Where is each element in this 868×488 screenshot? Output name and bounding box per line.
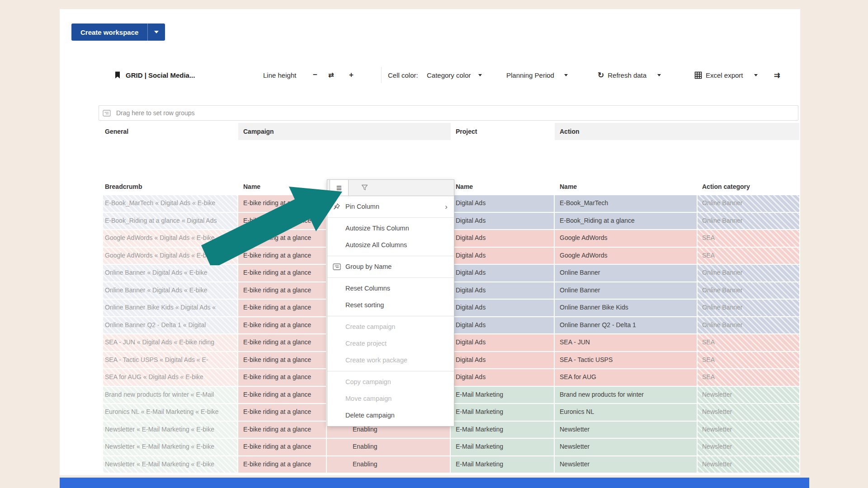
cell-color-select[interactable]: Category color — [427, 68, 482, 82]
cell-action-category[interactable]: Newsletter — [698, 387, 799, 404]
column-header-action-name[interactable]: Name — [560, 180, 577, 193]
cell-project-name[interactable]: E-Mail Marketing — [451, 422, 555, 439]
cell-project-name[interactable]: Digital Ads — [451, 369, 555, 387]
cell-action-name[interactable]: SEA for AUG — [555, 369, 698, 387]
cell-campaign-name[interactable]: E-bike riding at a glance — [238, 230, 327, 248]
cell-campaign-name[interactable]: E-bike riding at a glance — [238, 334, 327, 352]
menu-item-pin-column[interactable]: Pin Column› — [327, 198, 454, 215]
cell-action-category[interactable]: Newsletter — [698, 456, 799, 474]
column-header-action-category[interactable]: Action category — [702, 180, 750, 193]
cell-campaign-name[interactable]: E-bike riding at a glance — [238, 439, 327, 456]
tab-filter[interactable] — [355, 180, 373, 195]
menu-item-reset-columns[interactable]: Reset Columns — [327, 280, 454, 297]
cell-project-name[interactable]: Digital Ads — [451, 352, 555, 370]
cell-action-category[interactable]: Online Banner — [698, 213, 799, 230]
cell-campaign-name[interactable]: E-bike riding at a glance — [238, 195, 327, 213]
cell-action-category[interactable]: Online Banner — [698, 300, 799, 317]
cell-action-name[interactable]: Newsletter — [555, 456, 698, 474]
cell-breadcrumb[interactable]: Euronics NL « E-Mail Marketing « E-bike — [103, 404, 238, 422]
line-height-decrease-button[interactable]: − — [313, 68, 317, 82]
cell-breadcrumb[interactable]: Newsletter « E-Mail Marketing « E-bike — [103, 439, 238, 456]
cell-action-name[interactable]: Online Banner Q2 - Delta 1 — [555, 317, 698, 335]
cell-breadcrumb[interactable]: SEA for AUG « Digital Ads « E-bike — [103, 369, 238, 387]
cell-campaign-name[interactable]: E-bike riding at a glance — [238, 300, 327, 317]
cell-action-category[interactable]: Newsletter — [698, 404, 799, 422]
cell-breadcrumb[interactable]: Newsletter « E-Mail Marketing « E-bike — [103, 422, 238, 439]
menu-item-group-by-name[interactable]: Group by Name — [327, 258, 454, 275]
cell-action-name[interactable]: Google AdWords — [555, 248, 698, 265]
cell-action-category[interactable]: Online Banner — [698, 265, 799, 282]
cell-breadcrumb[interactable]: Online Banner Q2 - Delta 1 « Digital — [103, 317, 238, 335]
column-header-project-name[interactable]: Name — [456, 180, 473, 193]
cell-project-name[interactable]: Digital Ads — [451, 230, 555, 248]
cell-action-category[interactable]: Newsletter — [698, 439, 799, 456]
cell-campaign-name[interactable]: E-bike riding at a glance — [238, 317, 327, 335]
cell-campaign-type[interactable]: Enabling — [327, 439, 451, 456]
cell-project-name[interactable]: Digital Ads — [451, 282, 555, 300]
cell-project-name[interactable]: E-Mail Marketing — [451, 456, 555, 474]
create-workspace-button[interactable]: Create workspace — [71, 23, 165, 41]
view-title[interactable]: GRID | Social Media... — [126, 71, 195, 79]
cell-campaign-name[interactable]: E-bike riding at a glance — [238, 282, 327, 300]
cell-campaign-name[interactable]: E-bike riding at a glance — [238, 265, 327, 282]
cell-project-name[interactable]: Digital Ads — [451, 334, 555, 352]
cell-campaign-name[interactable]: E-bike riding at a glance — [238, 456, 327, 474]
cell-project-name[interactable]: E-Mail Marketing — [451, 404, 555, 422]
column-arrows-icon[interactable]: ⇉ — [774, 68, 780, 82]
cell-project-name[interactable]: E-Mail Marketing — [451, 387, 555, 404]
table-row[interactable]: Newsletter « E-Mail Marketing « E-bikeE-… — [103, 456, 799, 474]
cell-breadcrumb[interactable]: E-Book_Riding at a glance « Digital Ads — [103, 213, 238, 230]
menu-item-autosize-this-column[interactable]: Autosize This Column — [327, 220, 454, 237]
cell-action-category[interactable]: Online Banner — [698, 195, 799, 213]
line-height-reset-icon[interactable]: ⇄ — [328, 68, 334, 82]
cell-project-name[interactable]: Digital Ads — [451, 265, 555, 282]
excel-export-button[interactable]: Excel export — [694, 68, 758, 82]
menu-item-delete-campaign[interactable]: Delete campaign — [327, 407, 454, 424]
cell-breadcrumb[interactable]: Online Banner « Digital Ads « E-bike — [103, 282, 238, 300]
cell-campaign-type[interactable]: Enabling — [327, 456, 451, 474]
cell-action-category[interactable]: SEA — [698, 334, 799, 352]
cell-breadcrumb[interactable]: Brand new products for winter « E-Mail — [103, 387, 238, 404]
cell-campaign-name[interactable]: E-bike riding at a glance — [238, 422, 327, 439]
cell-action-name[interactable]: Online Banner — [555, 282, 698, 300]
column-header-campaign-name[interactable]: Name — [243, 180, 260, 193]
tab-menu[interactable]: ≡ — [330, 179, 349, 196]
cell-project-name[interactable]: Digital Ads — [451, 213, 555, 230]
cell-action-name[interactable]: SEA - Tactic USPS — [555, 352, 698, 370]
cell-action-name[interactable]: Brand new products for winter — [555, 387, 698, 404]
cell-action-category[interactable]: SEA — [698, 352, 799, 370]
cell-action-category[interactable]: Newsletter — [698, 422, 799, 439]
row-group-drop-zone[interactable]: Drag here to set row groups — [99, 105, 798, 121]
cell-action-name[interactable]: Newsletter — [555, 422, 698, 439]
create-workspace-label[interactable]: Create workspace — [71, 23, 147, 41]
cell-campaign-name[interactable]: E-bike riding at a glance — [238, 404, 327, 422]
view-selector[interactable]: GRID | Social Media... — [114, 68, 195, 82]
cell-campaign-name[interactable]: E-bike riding at a glance — [238, 213, 327, 230]
menu-item-reset-sorting[interactable]: Reset sorting — [327, 297, 454, 314]
cell-breadcrumb[interactable]: Online Banner « Digital Ads « E-bike — [103, 265, 238, 282]
create-workspace-menu-button[interactable] — [148, 23, 165, 41]
cell-action-name[interactable]: Online Banner — [555, 265, 698, 282]
refresh-data-button[interactable]: ↻ Refresh data — [598, 68, 661, 82]
cell-campaign-name[interactable]: E-bike riding at a glance — [238, 369, 327, 387]
cell-action-category[interactable]: SEA — [698, 248, 799, 265]
cell-breadcrumb[interactable]: Online Banner Bike Kids « Digital Ads « — [103, 300, 238, 317]
cell-action-name[interactable]: Online Banner Bike Kids — [555, 300, 698, 317]
cell-project-name[interactable]: Digital Ads — [451, 248, 555, 265]
cell-action-name[interactable]: Euronics NL — [555, 404, 698, 422]
cell-campaign-name[interactable]: E-bike riding at a glance — [238, 387, 327, 404]
menu-item-autosize-all-columns[interactable]: Autosize All Columns — [327, 237, 454, 253]
cell-action-name[interactable]: Google AdWords — [555, 230, 698, 248]
table-row[interactable]: Newsletter « E-Mail Marketing « E-bikeE-… — [103, 439, 799, 456]
cell-campaign-name[interactable]: E-bike riding at a glance — [238, 248, 327, 265]
line-height-increase-button[interactable]: + — [349, 68, 354, 82]
cell-breadcrumb[interactable]: Google AdWords « Digital Ads « E-bike — [103, 230, 238, 248]
cell-action-category[interactable]: SEA — [698, 369, 799, 387]
cell-breadcrumb[interactable]: E-Book_MarTech « Digital Ads « E-bike — [103, 195, 238, 213]
cell-breadcrumb[interactable]: Google AdWords « Digital Ads « E-bike — [103, 248, 238, 265]
cell-breadcrumb[interactable]: SEA - Tactic USPS « Digital Ads « E- — [103, 352, 238, 370]
cell-breadcrumb[interactable]: Newsletter « E-Mail Marketing « E-bike — [103, 456, 238, 474]
cell-action-name[interactable]: SEA - JUN — [555, 334, 698, 352]
cell-action-name[interactable]: Newsletter — [555, 439, 698, 456]
cell-action-category[interactable]: Online Banner — [698, 282, 799, 300]
